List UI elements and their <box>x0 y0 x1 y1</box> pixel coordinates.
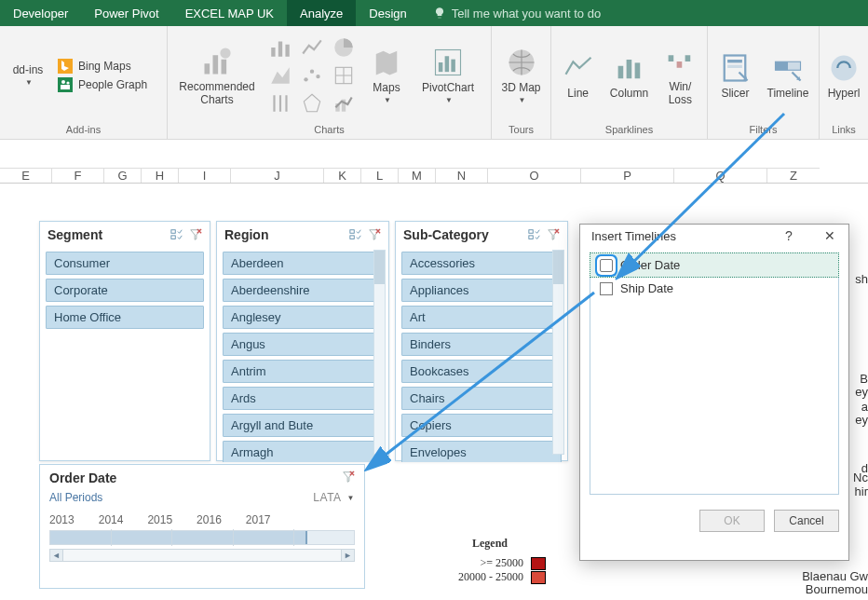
slicer-item[interactable]: Accessories <box>401 252 562 275</box>
slicer-title: Region <box>224 227 268 242</box>
people-graph-button[interactable]: People Graph <box>58 77 147 92</box>
multi-select-icon[interactable] <box>528 228 541 241</box>
slicer-item[interactable]: Binders <box>401 333 562 356</box>
timeline-bar[interactable] <box>49 530 355 545</box>
scrollbar-thumb[interactable] <box>553 251 563 284</box>
column-header[interactable]: F <box>52 168 104 183</box>
checkbox-icon[interactable] <box>600 259 613 272</box>
slicer-item[interactable]: Home Office <box>46 306 204 329</box>
slicer-item[interactable]: Chairs <box>401 387 562 410</box>
slicer-item[interactable]: Argyll and Bute <box>223 414 383 437</box>
cancel-button[interactable]: Cancel <box>774 510 839 532</box>
slicer-item[interactable]: Art <box>401 306 562 329</box>
list-item-order-date[interactable]: Order Date <box>590 252 839 278</box>
slicer-segment[interactable]: Segment ConsumerCorporateHome Office <box>39 221 210 461</box>
column-header[interactable]: H <box>142 168 179 183</box>
column-header-row[interactable]: EFGHIJKLMNOPQZ <box>0 168 868 184</box>
svg-rect-7 <box>222 59 227 74</box>
legend-swatch <box>531 557 546 570</box>
list-item-ship-date[interactable]: Ship Date <box>590 277 838 300</box>
column-header[interactable]: L <box>361 168 399 183</box>
hyperlink-button[interactable]: Hyperl <box>827 51 861 100</box>
column-header[interactable]: I <box>179 168 231 183</box>
timeline-button[interactable]: Timeline <box>765 51 811 100</box>
dialog-help-button[interactable]: ? <box>776 228 802 243</box>
slicer-item[interactable]: Consumer <box>46 252 204 275</box>
sparkline-line-button[interactable]: Line <box>559 51 597 100</box>
slicer-button[interactable]: Slicer <box>715 51 755 100</box>
slicer-icon <box>718 51 752 85</box>
timeline-scrollbar[interactable]: ◄ ► <box>49 549 355 562</box>
column-header[interactable]: N <box>436 168 488 183</box>
slicer-item[interactable]: Angus <box>223 333 383 356</box>
3d-map-button[interactable]: 3D Map▼ <box>499 46 543 104</box>
chart-type-gallery[interactable] <box>268 35 356 116</box>
clear-filter-icon[interactable] <box>342 470 355 484</box>
clear-filter-icon[interactable] <box>189 228 202 241</box>
slicer-item[interactable]: Anglesey <box>223 306 383 329</box>
maps-button[interactable]: Maps▼ <box>365 46 408 104</box>
column-header[interactable]: Z <box>767 168 820 183</box>
ribbon-group-filters: Filters <box>708 124 819 139</box>
slicer-item[interactable]: Aberdeenshire <box>223 279 383 302</box>
column-header[interactable]: P <box>581 168 674 183</box>
column-header[interactable]: J <box>231 168 324 183</box>
sparkline-winloss-button[interactable]: Win/ Loss <box>661 45 699 106</box>
column-header[interactable]: E <box>0 168 52 183</box>
slicer-item[interactable]: Bookcases <box>401 360 562 383</box>
slicer-item[interactable]: Envelopes <box>401 441 562 462</box>
timeline-selection[interactable] <box>50 531 307 544</box>
ok-button[interactable]: OK <box>699 510 765 532</box>
ribbon-group-links: Links <box>820 124 868 139</box>
addins-dropdown[interactable]: dd-ins ▼ <box>7 63 48 87</box>
tab-design[interactable]: Design <box>356 0 419 26</box>
svg-rect-40 <box>171 236 175 239</box>
column-header[interactable]: K <box>324 168 361 183</box>
legend-swatch <box>531 571 546 584</box>
column-header[interactable]: Q <box>674 168 767 183</box>
slicer-region[interactable]: Region AberdeenAberdeenshireAngleseyAngu… <box>216 221 389 461</box>
recommended-charts-button[interactable]: Recommended Charts <box>175 45 259 106</box>
scrollbar[interactable] <box>552 250 564 455</box>
tab-excel-map-uk[interactable]: EXCEL MAP UK <box>172 0 287 26</box>
slicer-item[interactable]: Appliances <box>401 279 562 302</box>
column-header[interactable]: O <box>488 168 581 183</box>
ribbon-group-charts: Charts <box>168 124 491 139</box>
scrollbar-thumb[interactable] <box>374 251 385 284</box>
timeline-year-label: 2017 <box>246 513 271 526</box>
slicer-item[interactable]: Antrim <box>223 360 383 383</box>
column-header[interactable]: G <box>104 168 142 183</box>
scrollbar[interactable] <box>373 250 386 455</box>
slicer-subcategory[interactable]: Sub-Category AccessoriesAppliancesArtBin… <box>395 221 568 461</box>
sparkline-column-button[interactable]: Column <box>606 51 651 100</box>
slicer-item[interactable]: Aberdeen <box>223 252 383 275</box>
multi-select-icon[interactable] <box>170 228 183 241</box>
dialog-close-button[interactable]: ✕ <box>817 228 843 243</box>
tell-me-search[interactable]: Tell me what you want to do <box>420 0 614 26</box>
clear-filter-icon[interactable] <box>547 228 560 241</box>
svg-rect-21 <box>439 62 443 72</box>
timeline-order-date[interactable]: Order Date All Periods LATA▼ 20132014201… <box>39 464 365 589</box>
scroll-left-icon[interactable]: ◄ <box>50 550 63 561</box>
column-header[interactable]: M <box>399 168 436 183</box>
clear-filter-icon[interactable] <box>368 228 381 241</box>
multi-select-icon[interactable] <box>349 228 362 241</box>
ribbon-group-tours: Tours <box>492 124 550 139</box>
truncated-cell-text: ey <box>855 385 868 399</box>
bing-maps-button[interactable]: Bing Maps <box>58 59 147 74</box>
slicer-item[interactable]: Copiers <box>401 414 562 437</box>
tab-analyze[interactable]: Analyze <box>287 0 356 26</box>
tab-developer[interactable]: Developer <box>0 0 81 26</box>
scroll-right-icon[interactable]: ► <box>341 550 354 561</box>
checkbox-icon[interactable] <box>600 282 613 295</box>
slicer-item[interactable]: Armagh <box>223 441 383 462</box>
tab-power-pivot[interactable]: Power Pivot <box>81 0 171 26</box>
timeline-scale-dropdown[interactable]: LATA▼ <box>313 491 355 504</box>
lightbulb-icon <box>433 7 446 20</box>
svg-point-13 <box>304 77 307 81</box>
slicer-item[interactable]: Ards <box>223 387 383 410</box>
slicer-item[interactable]: Corporate <box>46 279 204 302</box>
maps-icon <box>370 46 403 79</box>
pivotchart-button[interactable]: PivotChart▼ <box>417 46 479 104</box>
pie-chart-icon <box>332 35 356 60</box>
